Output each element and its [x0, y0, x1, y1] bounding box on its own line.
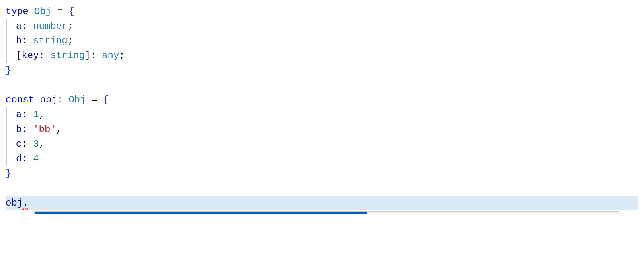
code-token: 3	[33, 139, 39, 149]
code-token: ,	[56, 124, 62, 135]
code-token: 4	[33, 153, 39, 164]
code-editor[interactable]: type Obj = {a: number;b: string;[key: st…	[6, 4, 638, 210]
code-token: any	[102, 50, 119, 61]
code-token: key	[21, 50, 39, 61]
code-token: b	[16, 35, 21, 46]
code-token: const	[6, 94, 40, 105]
code-token: :	[21, 109, 33, 120]
code-token: ;	[68, 21, 73, 31]
code-token: obj	[6, 198, 23, 208]
active-code-line[interactable]: obj.	[6, 196, 638, 210]
code-token: 'bb'	[33, 124, 56, 135]
code-token: }	[6, 168, 11, 179]
code-token: :	[21, 21, 33, 31]
code-token: ]	[85, 50, 90, 61]
code-token: [	[16, 50, 21, 61]
code-token: :	[21, 139, 33, 149]
code-line[interactable]: [key: string]: any;	[6, 48, 638, 63]
code-token: {	[68, 6, 74, 17]
code-line[interactable]: b: 'bb',	[6, 122, 638, 137]
intellisense-popup[interactable]: ab (property) a: number ×	[34, 211, 367, 214]
code-line[interactable]: b: string;	[6, 33, 638, 48]
code-token: c	[16, 139, 21, 149]
suggestion-item[interactable]: a	[35, 212, 367, 214]
code-token: }	[6, 65, 11, 76]
code-line[interactable]: d: 4	[6, 151, 638, 166]
text-cursor	[29, 197, 29, 208]
code-line[interactable]: a: 1,	[6, 107, 638, 122]
code-line[interactable]	[6, 181, 638, 196]
code-token: obj	[40, 94, 57, 105]
code-line[interactable]: type Obj = {	[6, 4, 638, 19]
indent-guide	[6, 122, 7, 137]
indent-guide	[6, 48, 7, 63]
indent-guide	[6, 107, 7, 122]
code-token: d	[16, 153, 21, 164]
code-line[interactable]: }	[6, 63, 638, 78]
suggestion-label: a	[49, 212, 55, 215]
code-token: a	[16, 109, 21, 120]
code-token: ;	[119, 50, 125, 61]
close-icon[interactable]: ×	[606, 214, 614, 214]
code-token: :	[57, 94, 69, 105]
code-token: number	[33, 21, 67, 31]
code-token: =	[86, 94, 103, 105]
suggestion-detail-text: (property) a: number	[373, 214, 503, 214]
code-token: :	[39, 50, 51, 61]
code-line[interactable]: a: number;	[6, 19, 638, 33]
indent-guide	[6, 33, 7, 48]
code-token: .	[23, 198, 28, 208]
code-token: :	[21, 35, 33, 46]
code-token: 1	[33, 109, 39, 120]
code-line[interactable]: c: 3,	[6, 137, 638, 151]
code-token: ,	[39, 109, 45, 120]
code-line[interactable]	[6, 78, 638, 92]
error-squiggle	[22, 208, 28, 210]
code-token: Obj	[34, 6, 51, 17]
code-token: ;	[68, 35, 73, 46]
code-token: a	[16, 21, 21, 31]
code-token: string	[33, 35, 67, 46]
code-token: string	[50, 50, 84, 61]
code-token: Obj	[68, 94, 86, 105]
suggestion-detail-panel: (property) a: number ×	[367, 211, 619, 214]
indent-guide	[6, 151, 7, 166]
indent-guide	[6, 19, 7, 33]
code-token: {	[103, 94, 109, 105]
code-token: b	[16, 124, 21, 135]
code-token: :	[90, 50, 102, 61]
code-line[interactable]: }	[6, 166, 638, 181]
code-token: =	[51, 6, 68, 17]
indent-guide	[6, 137, 7, 151]
code-token: :	[21, 124, 33, 135]
code-token: :	[21, 153, 33, 164]
code-line[interactable]: const obj: Obj = {	[6, 92, 638, 107]
code-token: ,	[39, 139, 45, 149]
code-token: type	[6, 6, 34, 17]
